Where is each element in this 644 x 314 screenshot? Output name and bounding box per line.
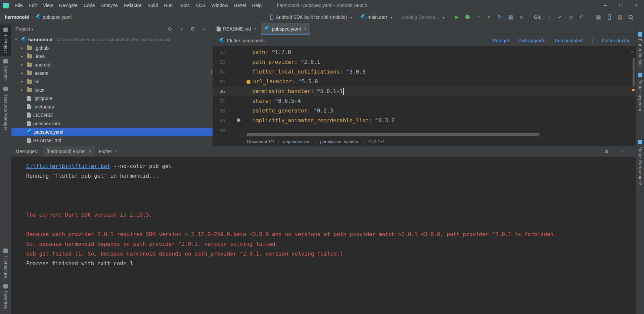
line-number[interactable]: 40 [213,128,225,133]
menu-item-navigate[interactable]: Navigate [56,0,81,11]
line-number[interactable]: 36 [213,89,225,94]
tree-item-readme-md[interactable]: README.md [11,136,213,144]
nav-crumb-project[interactable]: harmonoid [5,14,29,20]
chevron-right-icon[interactable]: ▸ [19,71,25,75]
tool-button-7-structure[interactable]: 7: Structure [0,245,11,281]
commit-button[interactable]: ✔ [555,13,564,21]
close-icon[interactable]: × [89,149,91,154]
chevron-right-icon[interactable]: ▸ [19,79,25,84]
flutter-action-pub-upgrade[interactable]: Pub upgrade [518,38,545,43]
editor-vertical-scrollbar[interactable] [633,58,635,87]
nav-crumb-file[interactable]: pubspec.yaml [43,14,72,20]
tool-button-commit[interactable]: Commit [0,56,11,84]
history-button[interactable]: ◷ [566,13,575,21]
rollback-button[interactable]: ↶ [577,13,586,21]
profile-button[interactable]: ◔ [474,13,483,21]
chevron-down-icon[interactable]: ▾ [13,37,18,42]
tree-item-metadata[interactable]: .metadata [11,102,213,111]
chevron-right-icon[interactable]: ▸ [19,62,25,67]
tree-item-pubspec-yaml[interactable]: pubspec.yaml [11,128,213,136]
tree-item-license[interactable]: LICENSE [11,111,213,119]
stop-button[interactable]: ■ [517,13,526,21]
update-project-button[interactable]: ↓ [545,13,554,21]
run-button[interactable]: ▶ [452,13,461,21]
tab-pubspec-yaml[interactable]: pubspec.yaml× [261,23,310,35]
scrollbar-thumb[interactable] [246,133,540,136]
menu-item-analyze[interactable]: Analyze [98,0,121,11]
close-button[interactable]: × [629,0,644,11]
menu-item-edit[interactable]: Edit [26,0,40,11]
line-number[interactable]: 35 [213,79,225,84]
tab-readme-md[interactable]: README.md× [213,23,261,35]
flutter-action-pub-outdated[interactable]: Pub outdated [555,38,583,43]
code-line-32[interactable]: 32 path: ^1.7.0 [213,47,636,57]
console-tab-flutter[interactable]: Flutter× [95,146,121,156]
code-line-38[interactable]: 38 palette_generator: ^0.2.3 [213,106,636,116]
sdk-manager-button[interactable]: ▦ [594,13,603,21]
search-everywhere-button[interactable] [626,13,635,21]
code-line-34[interactable]: 34 flutter_local_notifications: ^3.0.3 [213,67,636,77]
run-config-dropdown[interactable]: main.dart [360,14,393,20]
flutter-action-flutter-doctor[interactable]: Flutter doctor [602,38,630,43]
menu-item-tools[interactable]: Tools [176,0,193,11]
breadcrumb-item[interactable]: permission_handler: [320,139,360,144]
line-number[interactable]: 39 [213,118,225,123]
line-number[interactable]: 33 [213,59,225,65]
menu-item-build[interactable]: Build [144,0,161,11]
line-number[interactable]: 37 [213,98,225,104]
breadcrumb-item[interactable]: Document 1/1 [247,139,274,144]
chevron-right-icon[interactable]: ▸ [19,88,25,92]
collapse-all-button[interactable]: ↕ [178,26,184,32]
menu-item-refactor[interactable]: Refactor [121,0,144,11]
project-view-selector[interactable]: Project [15,26,30,32]
menu-item-run[interactable]: Run [161,0,176,11]
tool-button-resource-manager[interactable]: Resource Manager [0,84,11,133]
close-icon[interactable]: × [254,27,257,31]
breadcrumb-item[interactable]: ^5.0.1+1 [368,139,385,144]
tree-item-linux[interactable]: ▸linux [11,86,213,94]
flutter-devtools-button[interactable]: ▦ [506,13,515,21]
menu-item-window[interactable]: Window [209,0,231,11]
line-number[interactable]: 32 [213,50,225,55]
tool-button-flutter-outline[interactable]: Flutter Outline [636,29,644,70]
device-selector-dropdown[interactable]: Android SDK built for x86 (mobile) [270,14,352,20]
code-line-35[interactable]: 35url_launcher: ^5.5.0 [213,77,636,86]
code-line-37[interactable]: 37 share: ^0.6.5+4 [213,96,636,106]
locate-file-button[interactable]: ⊕ [167,26,173,32]
menu-item-help[interactable]: Help [249,0,265,11]
close-icon[interactable]: × [115,149,118,154]
maximize-button[interactable]: □ [613,0,629,11]
code-area[interactable]: 32 path: ^1.7.033 path_provider: ^2.0.13… [213,46,636,136]
device-manager-button[interactable] [605,13,614,21]
hot-restart-button[interactable]: ↻ [495,13,504,21]
menu-item-bazel[interactable]: Bazel [231,0,249,11]
hide-panel-button[interactable]: − [201,26,207,32]
hide-button[interactable]: − [618,147,627,156]
code-line-33[interactable]: 33 path_provider: ^2.0.1 [213,57,636,67]
flutter-action-pub-get[interactable]: Pub get [493,38,509,43]
chevron-right-icon[interactable]: ▸ [19,46,25,50]
tool-button-flutter-inspector[interactable]: Flutter Inspector [636,70,644,115]
tree-item-harmonoid[interactable]: ▾harmonoidC:\Users\Noel Francisco\Androi… [11,35,213,44]
tool-button-1-project[interactable]: 1: Project [0,25,11,56]
code-line-39[interactable]: 39 implicitly_animated_reorderable_list:… [213,116,636,125]
menu-item-code[interactable]: Code [81,0,98,11]
settings-button[interactable]: ⚙ [602,147,611,156]
attach-debugger-button[interactable] [463,13,472,21]
tree-item-gitignore[interactable]: .gitignore [11,94,213,102]
layout-inspector-button[interactable]: ▤ [615,13,625,21]
breadcrumb-item[interactable]: dependencies: [283,139,312,144]
tree-item-lib[interactable]: ▸lib [11,77,213,86]
tree-item-idea[interactable]: ▸.idea [11,52,213,60]
tree-item-assets[interactable]: ▸assets [11,69,213,77]
chevron-right-icon[interactable]: ▸ [19,54,25,58]
tree-item-android[interactable]: ▸android [11,60,213,69]
code-line-36[interactable]: 36 permission_handler: ^5.0.1+1 [213,86,636,96]
tree-item-pubspec-lock[interactable]: pubspec.lock [11,119,213,128]
tool-button-favorites[interactable]: Favorites [0,281,11,312]
tree-item-github[interactable]: ▸.github [11,44,213,52]
minimize-button[interactable]: − [598,0,613,11]
hot-reload-button[interactable]: ⚡ [485,13,494,21]
settings-button[interactable]: ⚙ [190,26,196,32]
line-number[interactable]: 38 [213,108,225,114]
